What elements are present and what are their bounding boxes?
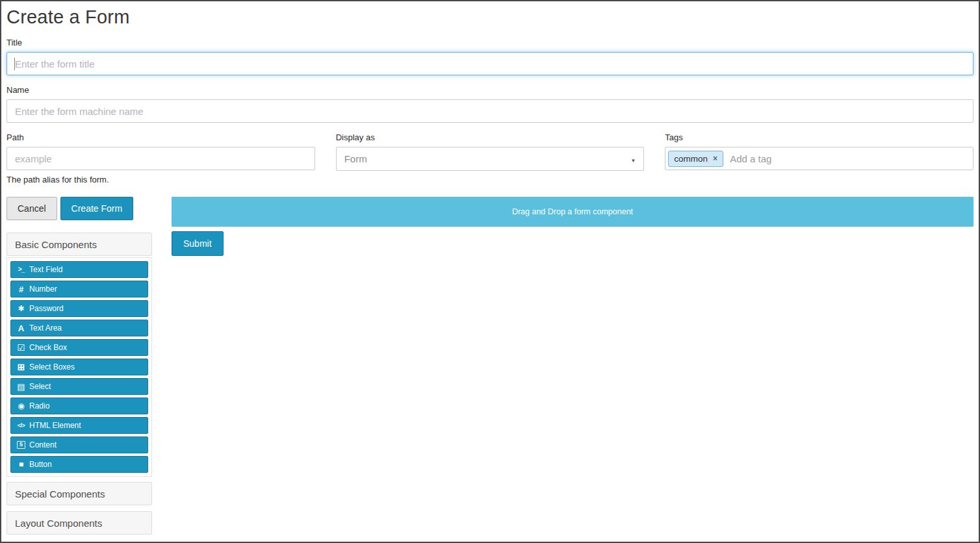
- asterisk-icon: [16, 305, 26, 312]
- html5-icon: [16, 441, 26, 449]
- builder-canvas: Drag and Drop a form component Submit: [172, 197, 974, 535]
- title-input[interactable]: [6, 52, 974, 75]
- display-as-label: Display as: [336, 133, 645, 142]
- cancel-button[interactable]: Cancel: [6, 197, 57, 220]
- th-list-icon: [16, 383, 26, 391]
- page-title: Create a Form: [6, 6, 974, 28]
- chevron-down-icon: [630, 153, 636, 165]
- group-label: Layout Components: [15, 518, 102, 529]
- component-text-field[interactable]: Text Field: [10, 261, 148, 278]
- component-label: Text Field: [29, 265, 62, 274]
- name-label: Name: [6, 85, 974, 95]
- builder-area: Cancel Create Form Basic Components Text…: [6, 197, 974, 535]
- group-basic-components[interactable]: Basic Components: [6, 233, 152, 256]
- component-label: Select Boxes: [29, 362, 75, 372]
- component-label: Number: [29, 284, 57, 294]
- square-icon: [16, 461, 26, 468]
- component-select-boxes[interactable]: Select Boxes: [10, 359, 148, 375]
- component-list: Text Field Number Password Text: [6, 257, 152, 477]
- tag-remove-icon[interactable]: ×: [713, 155, 717, 162]
- create-form-button[interactable]: Create Form: [60, 197, 134, 220]
- dropzone-text: Drag and Drop a form component: [512, 207, 633, 216]
- submit-button[interactable]: Submit: [172, 231, 224, 256]
- tag-chip: common ×: [668, 151, 723, 167]
- component-text-area[interactable]: Text Area: [10, 320, 148, 336]
- display-as-selected-value: Form: [344, 153, 631, 164]
- title-field-group: Title: [6, 38, 974, 75]
- text-cursor: [14, 58, 15, 70]
- component-label: Text Area: [29, 323, 62, 333]
- component-number[interactable]: Number: [10, 281, 148, 297]
- name-input[interactable]: [6, 99, 974, 123]
- tag-text: common: [674, 154, 708, 164]
- component-label: Content: [29, 440, 57, 449]
- component-label: HTML Element: [29, 421, 81, 430]
- title-label: Title: [6, 38, 974, 47]
- hashtag-icon: [16, 285, 26, 294]
- group-label: Special Components: [15, 488, 105, 499]
- group-special-components[interactable]: Special Components: [6, 482, 152, 505]
- name-field-group: Name: [6, 85, 974, 123]
- display-as-select[interactable]: Form: [336, 147, 645, 171]
- component-select[interactable]: Select: [10, 378, 148, 395]
- component-label: Button: [29, 460, 52, 469]
- path-field-group: Path The path alias for this form.: [6, 133, 315, 184]
- path-help-text: The path alias for this form.: [6, 175, 315, 184]
- component-check-box[interactable]: Check Box: [10, 339, 148, 356]
- plus-square-icon: [16, 362, 26, 372]
- component-password[interactable]: Password: [10, 300, 148, 317]
- code-icon: [16, 423, 26, 429]
- tags-label: Tags: [665, 133, 974, 142]
- component-label: Radio: [29, 401, 49, 410]
- tags-input[interactable]: common ×: [665, 147, 974, 170]
- form-actions: Cancel Create Form: [6, 197, 152, 220]
- component-label: Password: [29, 304, 64, 313]
- group-label: Basic Components: [15, 239, 97, 250]
- component-label: Check Box: [29, 343, 67, 352]
- add-tag-input[interactable]: [730, 153, 969, 164]
- terminal-icon: [16, 266, 26, 273]
- group-layout-components[interactable]: Layout Components: [6, 511, 152, 535]
- path-input[interactable]: [6, 147, 315, 170]
- font-icon: [16, 324, 26, 333]
- display-as-field-group: Display as Form: [336, 133, 645, 184]
- check-square-icon: [16, 343, 26, 352]
- component-html-element[interactable]: HTML Element: [10, 417, 148, 434]
- component-radio[interactable]: Radio: [10, 398, 148, 414]
- component-label: Select: [29, 382, 51, 391]
- component-content[interactable]: Content: [10, 436, 148, 453]
- create-form-page: Create a Form Title Name Path The path a…: [6, 6, 974, 535]
- component-button[interactable]: Button: [10, 456, 148, 473]
- dot-circle-icon: [16, 402, 26, 410]
- path-display-tags-row: Path The path alias for this form. Displ…: [6, 133, 974, 184]
- builder-sidebar: Cancel Create Form Basic Components Text…: [6, 197, 152, 535]
- form-dropzone[interactable]: Drag and Drop a form component: [172, 197, 974, 227]
- path-label: Path: [6, 133, 315, 142]
- tags-field-group: Tags common ×: [665, 133, 974, 184]
